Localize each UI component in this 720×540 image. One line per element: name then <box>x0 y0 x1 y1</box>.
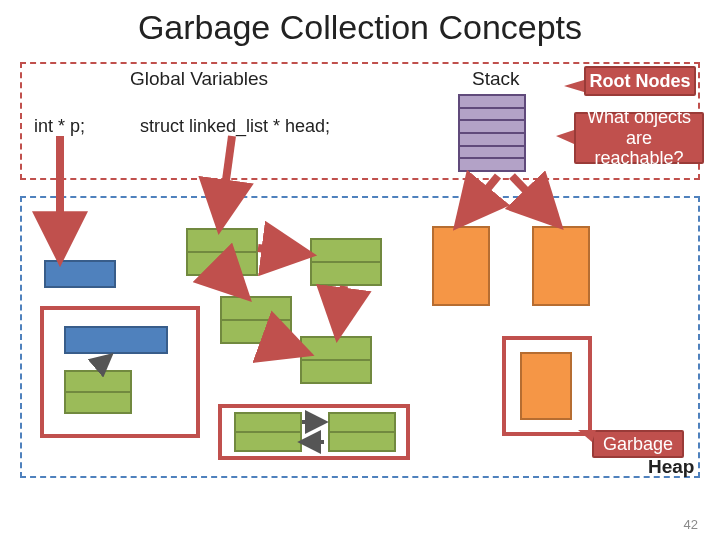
global-variables-label: Global Variables <box>130 68 268 90</box>
heap-orange-object-2 <box>532 226 590 306</box>
stack-frame <box>460 121 524 134</box>
linked-list-node-4 <box>300 336 372 384</box>
page-number: 42 <box>684 517 698 532</box>
var-head-label: struct linked_list * head; <box>140 116 330 137</box>
root-nodes-callout: Root Nodes <box>584 66 696 96</box>
garbage-list-node-b <box>328 412 396 452</box>
stack-visual <box>458 94 526 172</box>
garbage-list-node-a <box>234 412 302 452</box>
heap-orange-object-1 <box>432 226 490 306</box>
reachable-callout: What objects are reachable? <box>574 112 704 164</box>
linked-list-node-3 <box>310 238 382 286</box>
stack-label: Stack <box>472 68 520 90</box>
stack-frame <box>460 159 524 170</box>
linked-list-node-1 <box>186 228 258 276</box>
garbage-green-node <box>64 370 132 414</box>
linked-list-node-2 <box>220 296 292 344</box>
var-int-p-label: int * p; <box>34 116 85 137</box>
heap-label: Heap <box>648 456 694 478</box>
garbage-orange-object <box>520 352 572 420</box>
stack-frame <box>460 96 524 109</box>
heap-int-object <box>44 260 116 288</box>
garbage-blue-object <box>64 326 168 354</box>
slide-title: Garbage Collection Concepts <box>0 8 720 47</box>
stack-frame <box>460 147 524 160</box>
stack-frame <box>460 109 524 122</box>
stack-frame <box>460 134 524 147</box>
